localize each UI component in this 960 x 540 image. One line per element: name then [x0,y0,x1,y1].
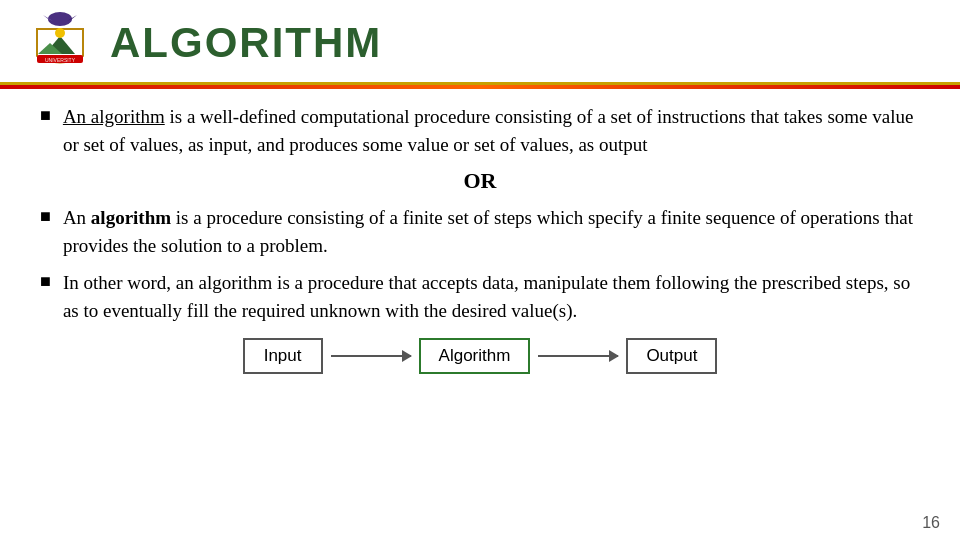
slide: UNIVERSITY ALGORITHM ■ An algorithm is a… [0,0,960,540]
slide-title: ALGORITHM [110,19,382,67]
bullet-text-3: In other word, an algorithm is a procedu… [63,269,920,324]
arrow-2 [538,355,618,357]
slide-header: UNIVERSITY ALGORITHM [0,0,960,85]
bullet-text-1: An algorithm is a well-defined computati… [63,103,920,158]
term-algorithm-1: An algorithm [63,106,165,127]
arrow-line-2 [538,355,618,357]
or-divider: OR [40,168,920,194]
logo-area: UNIVERSITY [20,8,100,78]
input-label: Input [264,346,302,365]
slide-content: ■ An algorithm is a well-defined computa… [0,89,960,384]
arrow-1 [331,355,411,357]
term-algorithm-2: algorithm [91,207,171,228]
algorithm-label: Algorithm [439,346,511,365]
algorithm-diagram: Input Algorithm Output [40,338,920,374]
bullet-symbol-1: ■ [40,105,51,126]
svg-point-0 [48,12,72,26]
page-number: 16 [922,514,940,532]
bullet-item-2: ■ An algorithm is a procedure consisting… [40,204,920,259]
svg-point-5 [55,28,65,38]
bullet-symbol-3: ■ [40,271,51,292]
university-logo: UNIVERSITY [25,11,95,76]
bullet-item-3: ■ In other word, an algorithm is a proce… [40,269,920,324]
bullet-symbol-2: ■ [40,206,51,227]
output-label: Output [646,346,697,365]
input-box: Input [243,338,323,374]
algorithm-box: Algorithm [419,338,531,374]
svg-text:UNIVERSITY: UNIVERSITY [45,57,76,63]
arrow-line-1 [331,355,411,357]
bullet-item-1: ■ An algorithm is a well-defined computa… [40,103,920,158]
output-box: Output [626,338,717,374]
bullet-text-2: An algorithm is a procedure consisting o… [63,204,920,259]
